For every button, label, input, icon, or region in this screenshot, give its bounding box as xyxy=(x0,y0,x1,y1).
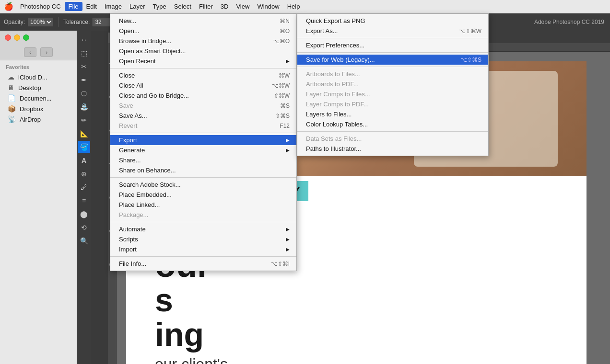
menu-save-as[interactable]: Save As... ⇧⌘S xyxy=(110,111,296,121)
apple-logo-icon[interactable]: 🍎 xyxy=(4,2,13,11)
opacity-select[interactable]: 100% xyxy=(28,18,53,26)
export-paths-illustrator[interactable]: Paths to Illustrator... xyxy=(297,144,488,154)
airdrop-label: AirDrop xyxy=(20,116,41,123)
export-submenu: Quick Export as PNG Export As... ⌥⇧⌘W Ex… xyxy=(297,13,489,156)
sidebar-item-documents[interactable]: 📄 Documen... xyxy=(2,93,75,103)
tool-fill[interactable]: 🪣 xyxy=(78,141,90,153)
menu-place-embedded[interactable]: Place Embedded... xyxy=(110,190,296,200)
menubar-window[interactable]: Window xyxy=(253,2,283,11)
menubar-layer[interactable]: Layer xyxy=(126,2,149,11)
menu-import[interactable]: Import ▶ xyxy=(110,244,296,254)
menu-open[interactable]: Open... ⌘O xyxy=(110,26,296,36)
export-sep-4 xyxy=(297,131,488,132)
menubar-edit[interactable]: Edit xyxy=(82,2,101,11)
menu-close-all[interactable]: Close All ⌥⌘W xyxy=(110,80,296,91)
menubar-type[interactable]: Type xyxy=(149,2,170,11)
desktop-icon: 🖥 xyxy=(8,84,14,91)
sidebar-item-desktop[interactable]: 🖥 Desktop xyxy=(2,82,75,93)
export-artboards-pdf: Artboards to PDF... xyxy=(297,79,488,89)
tool-marquee[interactable]: ⬚ xyxy=(78,47,90,59)
menu-new[interactable]: New... ⌘N xyxy=(110,16,296,26)
menu-close[interactable]: Close ⌘W xyxy=(110,70,296,80)
left-tools-panel: ↔ ⬚ ✂ ✒ ⬡ ⛲ ✏ 📐 🪣 A ⊕ 🖊 ≡ ⬤ ⟲ 🔍 xyxy=(77,31,91,364)
export-save-for-web[interactable]: Save for Web (Legacy)... ⌥⇧⌘S xyxy=(297,55,488,65)
dropbox-icon: 📦 xyxy=(8,105,16,113)
menu-open-smart[interactable]: Open as Smart Object... xyxy=(110,46,296,56)
export-layers-to-files[interactable]: Layers to Files... xyxy=(297,109,488,119)
tool-zoom[interactable]: ⬤ xyxy=(78,208,90,220)
menubar-file[interactable]: File xyxy=(65,2,82,11)
menu-browse-bridge[interactable]: Browse in Bridge... ⌥⌘O xyxy=(110,36,296,46)
sidebar-navigation: ‹ › xyxy=(0,44,77,60)
menu-sep-2 xyxy=(110,133,296,133)
menu-place-linked[interactable]: Place Linked... xyxy=(110,200,296,210)
menubar-image[interactable]: Image xyxy=(101,2,126,11)
tool-heal[interactable]: ✏ xyxy=(78,114,90,126)
sidebar-item-icloud[interactable]: ☁ iCloud D... xyxy=(2,72,75,82)
tool-lasso[interactable]: ✂ xyxy=(78,60,90,73)
tool-move[interactable]: ↔ xyxy=(78,34,90,46)
tool-magnify[interactable]: 🔍 xyxy=(78,235,90,247)
menubar-help[interactable]: Help xyxy=(283,2,304,11)
menu-sep-4 xyxy=(110,222,296,222)
desktop-label: Desktop xyxy=(18,84,41,91)
menu-sep-1 xyxy=(110,68,296,68)
tool-clone[interactable]: ⊕ xyxy=(78,168,90,180)
icloud-icon: ☁ xyxy=(8,73,14,81)
export-layer-comps-files: Layer Comps to Files... xyxy=(297,89,488,99)
menu-package: Package... xyxy=(110,210,296,220)
toolbar-separator xyxy=(58,17,59,27)
menu-revert: Revert F12 xyxy=(110,121,296,131)
menu-sep-5 xyxy=(110,256,296,257)
tool-hand[interactable]: ⟲ xyxy=(78,221,90,234)
export-artboards-files: Artboards to Files... xyxy=(297,69,488,79)
sidebar-item-airdrop[interactable]: 📡 AirDrop xyxy=(2,114,75,125)
tool-text[interactable]: A xyxy=(78,154,90,167)
export-data-sets: Data Sets as Files... xyxy=(297,134,488,144)
tool-dodge[interactable]: 🖊 xyxy=(78,181,90,193)
maximize-window-button[interactable] xyxy=(23,34,29,41)
menu-search-stock[interactable]: Search Adobe Stock... xyxy=(110,180,296,190)
export-sep-2 xyxy=(297,52,488,53)
menubar-view[interactable]: View xyxy=(232,2,253,11)
menu-open-recent[interactable]: Open Recent ▶ xyxy=(110,56,296,66)
menu-file-info[interactable]: File Info... ⌥⇧⌘I xyxy=(110,259,296,269)
menu-sep-3 xyxy=(110,177,296,178)
opacity-label: Opacity: xyxy=(4,19,25,25)
menu-scripts[interactable]: Scripts ▶ xyxy=(110,234,296,244)
export-sep-3 xyxy=(297,67,488,67)
tool-shape[interactable]: ⬡ xyxy=(78,87,90,100)
sidebar-item-dropbox[interactable]: 📦 Dropbox xyxy=(2,103,75,114)
menubar-select[interactable]: Select xyxy=(170,2,195,11)
menu-automate[interactable]: Automate ▶ xyxy=(110,224,296,234)
menubar-3d[interactable]: 3D xyxy=(217,2,233,11)
tool-eyedropper[interactable]: ⛲ xyxy=(78,101,90,113)
menubar-filter[interactable]: Filter xyxy=(195,2,217,11)
forward-button[interactable]: › xyxy=(40,47,53,57)
tool-path[interactable]: ≡ xyxy=(78,194,90,207)
window-controls xyxy=(0,31,77,44)
export-preferences[interactable]: Export Preferences... xyxy=(297,40,488,50)
tool-brush[interactable]: 📐 xyxy=(78,127,90,140)
menu-share[interactable]: Share... xyxy=(110,155,296,165)
minimize-window-button[interactable] xyxy=(14,34,20,41)
tool-pen[interactable]: ✒ xyxy=(78,74,90,86)
export-as[interactable]: Export As... ⌥⇧⌘W xyxy=(297,26,488,36)
menu-close-bridge[interactable]: Close and Go to Bridge... ⇧⌘W xyxy=(110,91,296,101)
export-color-lookup[interactable]: Color Lookup Tables... xyxy=(297,119,488,129)
menu-generate[interactable]: Generate ▶ xyxy=(110,145,296,155)
favorites-label: Favorites xyxy=(0,60,77,72)
menu-bar: 🍎 Photoshop CC File Edit Image Layer Typ… xyxy=(0,0,610,13)
back-button[interactable]: ‹ xyxy=(24,47,36,57)
menu-export[interactable]: Export ▶ xyxy=(110,135,296,145)
close-window-button[interactable] xyxy=(5,34,11,41)
export-layer-comps-pdf: Layer Comps to PDF... xyxy=(297,99,488,109)
export-sep-1 xyxy=(297,38,488,38)
tolerance-label: Tolerance: xyxy=(63,19,90,25)
menu-share-behance[interactable]: Share on Behance... xyxy=(110,165,296,175)
icloud-label: iCloud D... xyxy=(18,74,47,81)
ps-app-title: Adobe Photoshop CC 2019 xyxy=(534,19,604,25)
menubar-photoshop[interactable]: Photoshop CC xyxy=(16,2,65,11)
export-quick-png[interactable]: Quick Export as PNG xyxy=(297,16,488,26)
airdrop-icon: 📡 xyxy=(8,115,16,123)
